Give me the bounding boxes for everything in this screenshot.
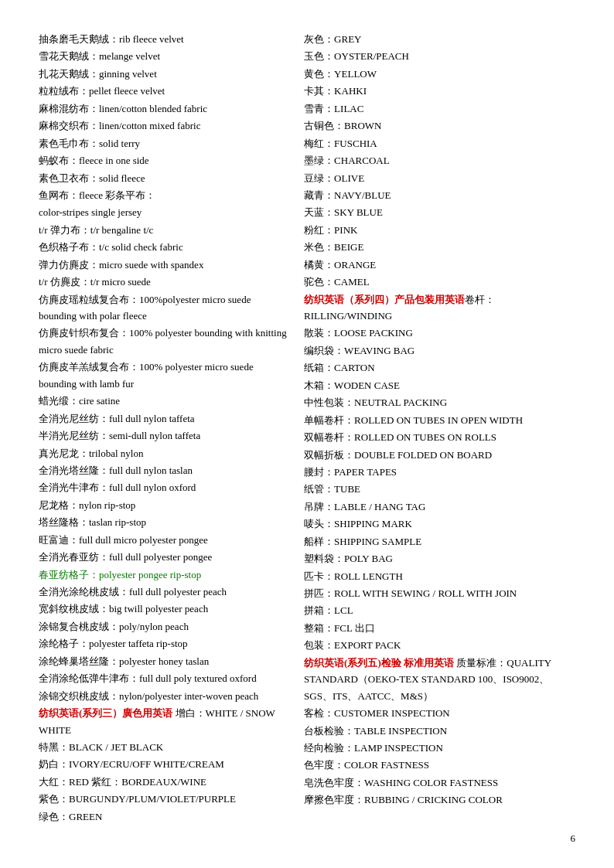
series5-header: 纺织英语(系列五)检验 标准用英语 质量标准：QUALITY STANDARD（… <box>304 655 575 704</box>
line: 米色：BEIGE <box>304 239 575 255</box>
line: 整箱：FCL 出口 <box>304 620 575 636</box>
main-content: 抽条磨毛天鹅绒：rib fleece velvet 雪花天鹅绒：melange … <box>39 31 575 825</box>
line: 特黑：BLACK / JET BLACK <box>39 739 288 755</box>
line: 吊牌：LABLE / HANG TAG <box>304 499 575 515</box>
carton-line: 纸箱：CARTON <box>304 359 575 376</box>
line: 拼箱：LCL <box>304 602 575 618</box>
line: 粒粒绒布：pellet fleece velvet <box>39 83 288 99</box>
line: 色牢度：COLOR FASTNESS <box>304 757 575 773</box>
line: 色织格子布：t/c solid check fabric <box>39 239 288 255</box>
line: 卡其：KAHKI <box>304 83 575 99</box>
line: 涂锦复合桃皮绒：poly/nylon peach <box>39 618 288 635</box>
line: 紫色：BURGUNDY/PLUM/VIOLET/PURPLE <box>39 791 288 807</box>
line: 绿色：GREEN <box>39 808 288 825</box>
line: 春亚纺格子：polyester pongee rip-stop <box>39 567 288 583</box>
line: 抽条磨毛天鹅绒：rib fleece velvet <box>39 31 288 47</box>
line: 旺富迪：full dull micro polyester pongee <box>39 532 288 548</box>
line: 素色卫衣布：solid fleece <box>39 170 288 186</box>
line: 仿麂皮羊羔绒复合布：100% polyester micro suede bou… <box>39 359 288 392</box>
line: 仿麂皮瑶粒绒复合布：100%polyester micro suede boun… <box>39 291 288 325</box>
series3-header: 纺织英语(系列三）廣色用英语 增白：WHITE / SNOW WHITE <box>39 705 288 738</box>
line: 涂纶格子：polyester taffeta rip-stop <box>39 635 288 652</box>
line: 摩擦色牢度：RUBBING / CRICKING COLOR <box>304 791 575 808</box>
line: 麻棉交织布：linen/cotton mixed fabric <box>39 117 288 134</box>
line: 皂洗色牢度：WASHING COLOR FASTNESS <box>304 774 575 791</box>
line: 全消光牛津布：full dull nylon oxford <box>39 479 288 495</box>
line: 古铜色：BROWN <box>304 117 575 134</box>
line: t/r 弹力布：t/r bengaline t/c <box>39 222 288 238</box>
charcoal-line: 墨绿：CHARCOAL <box>304 152 575 168</box>
line: 半消光尼丝纺：semi-dull nylon taffeta <box>39 427 288 444</box>
line: 涂纶蜂巢塔丝隆：polyester honey taslan <box>39 653 288 669</box>
line: 中性包装：NEUTRAL PACKING <box>304 394 575 410</box>
line: 麻棉混纺布：linen/cotton blended fabric <box>39 100 288 117</box>
line: 宽斜纹桃皮绒：big twill polyester peach <box>39 601 288 617</box>
line: 全消光涂纶桃皮绒：full dull polyester peach <box>39 584 288 600</box>
left-column: 抽条磨毛天鹅绒：rib fleece velvet 雪花天鹅绒：melange … <box>39 31 296 825</box>
line: 藏青：NAVY/BLUE <box>304 187 575 203</box>
line: 塔丝隆格：taslan rip-stop <box>39 514 288 530</box>
line: 大红：RED 紫红：BORDEAUX/WINE <box>39 774 288 790</box>
line: 纸管：TUBE <box>304 481 575 497</box>
line: 木箱：WODEN CASE <box>304 377 575 393</box>
line: 匹卡：ROLL LENGTH <box>304 568 575 584</box>
line: 灰色：GREY <box>304 31 575 47</box>
line: 涂锦交织桃皮绒：nylon/polyester inter-woven peac… <box>39 688 288 704</box>
line: 塑料袋：POLY BAG <box>304 550 575 567</box>
line: 橘黄：ORANGE <box>304 257 575 273</box>
line: 弹力仿麂皮：micro suede with spandex <box>39 257 288 273</box>
line: 粉红：PINK <box>304 222 575 238</box>
line: 雪青：LILAC <box>304 100 575 117</box>
page-number: 6 <box>571 832 576 845</box>
line: 单幅卷杆：ROLLED ON TUBES IN OPEN WIDTH <box>304 412 575 428</box>
line: 经向检验：LAMP INSPECTION <box>304 740 575 756</box>
line: 玉色：OYSTER/PEACH <box>304 48 575 64</box>
line: 船样：SHIPPING SAMPLE <box>304 533 575 550</box>
series4-header: 纺织英语（系列四）产品包装用英语卷杆：RILLING/WINDING <box>304 291 575 325</box>
line: 全消光尼丝纺：full dull nylon taffeta <box>39 410 288 427</box>
line: 全消涂纶低弹牛津布：full dull poly textured oxford <box>39 670 288 686</box>
line: 蜡光缎：cire satine <box>39 393 288 409</box>
line: 驼色：CAMEL <box>304 274 575 290</box>
line: 梅红：FUSCHIA <box>304 135 575 151</box>
line: 天蓝：SKY BLUE <box>304 204 575 220</box>
line: 鱼网布：fleece 彩条平布： <box>39 187 288 203</box>
line: 全消光春亚纺：full dull polyester pongee <box>39 549 288 565</box>
line: 客检：CUSTOMER INSPECTION <box>304 705 575 721</box>
line: 腰封：PAPER TAPES <box>304 464 575 480</box>
line: 散装：LOOSE PACKING <box>304 325 575 341</box>
line: 拼匹：ROLL WITH SEWING / ROLL WITH JOIN <box>304 585 575 601</box>
line: color-stripes single jersey <box>39 204 288 220</box>
line: 双幅折板：DOUBLE FOLDED ON BOARD <box>304 447 575 463</box>
line: 包装：EXPORT PACK <box>304 637 575 653</box>
line: 尼龙格：nylon rip-stop <box>39 497 288 513</box>
line: t/r 仿麂皮：t/r micro suede <box>39 274 288 290</box>
line: 雪花天鹅绒：melange velvet <box>39 48 288 64</box>
line: 全消光塔丝隆：full dull nylon taslan <box>39 462 288 478</box>
line: 奶白：IVORY/ECRU/OFF WHITE/CREAM <box>39 756 288 772</box>
line: 扎花天鹅绒：ginning velvet <box>39 66 288 82</box>
line: 仿麂皮针织布复合：100% polyester bounding with kn… <box>39 325 288 358</box>
line: 蚂蚁布：fleece in one side <box>39 152 288 168</box>
line: 唛头：SHIPPING MARK <box>304 516 575 532</box>
line: 豆绿：OLIVE <box>304 170 575 186</box>
line: 黄色：YELLOW <box>304 66 575 82</box>
right-column: 灰色：GREY 玉色：OYSTER/PEACH 黄色：YELLOW 卡其：KAH… <box>296 31 575 825</box>
line: 素色毛巾布：solid terry <box>39 135 288 151</box>
table-inspection-line: 台板检验：TABLE INSPECTION <box>304 723 575 739</box>
line: 真光尼龙：trilobal nylon <box>39 445 288 461</box>
line: 双幅卷杆：ROLLED ON TUBES ON ROLLS <box>304 429 575 445</box>
line: 编织袋：WEAVING BAG <box>304 342 575 359</box>
